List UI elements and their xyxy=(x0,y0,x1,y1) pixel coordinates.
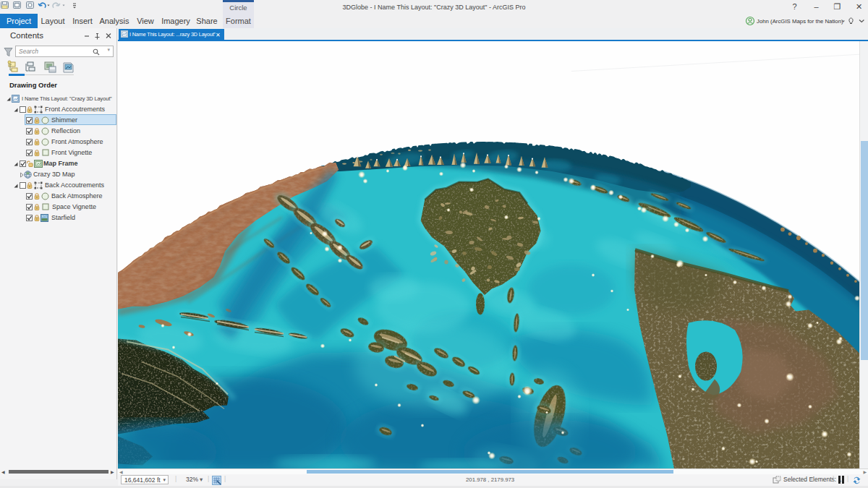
svg-text:John (ArcGIS Maps for the Nati: John (ArcGIS Maps for the Nation) xyxy=(757,18,843,25)
